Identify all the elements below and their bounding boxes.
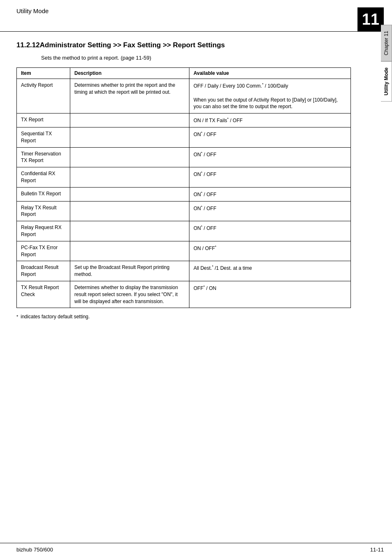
side-tabs: Chapter 11 Utility Mode — [381, 25, 392, 102]
footer-left: bizhub 750/600 — [16, 547, 53, 553]
cell-item: TX Result Report Check — [17, 281, 70, 308]
cell-val: ON* / OFF — [189, 201, 351, 221]
cell-val: OFF* / ON — [189, 281, 351, 308]
cell-desc — [70, 127, 189, 148]
chapter-number-box: 11 — [357, 7, 384, 31]
col-header-val: Available value — [189, 68, 351, 79]
table-row: TX Result Report Check Determines whethe… — [17, 281, 351, 308]
chapter-number: 11 — [362, 11, 379, 28]
side-tab-chapter11: Chapter 11 — [381, 25, 392, 61]
cell-val: ON* / OFF — [189, 167, 351, 188]
cell-item: Activity Report — [17, 79, 70, 114]
bottom-bar: bizhub 750/600 11-11 — [0, 543, 392, 556]
cell-desc: Set up the Broadcast Result Report print… — [70, 261, 189, 281]
cell-desc — [70, 187, 189, 201]
cell-val: ON* / OFF — [189, 221, 351, 241]
table-row: Activity Report Determines whether to pr… — [17, 79, 351, 114]
col-header-desc: Description — [70, 68, 189, 79]
table-row: Broadcast Result Report Set up the Broad… — [17, 261, 351, 281]
table-header-row: Item Description Available value — [17, 68, 351, 79]
section-subtitle: Sets the method to print a report. (page… — [41, 55, 351, 61]
table-row: Relay TX Result Report ON* / OFF — [17, 201, 351, 221]
side-tab-utility-mode: Utility Mode — [381, 61, 392, 102]
cell-item: PC-Fax TX Error Report — [17, 241, 70, 261]
cell-val: ON / OFF* — [189, 241, 351, 261]
table-row: Bulletin TX Report ON* / OFF — [17, 187, 351, 201]
table-row: Timer Reservation TX Report ON* / OFF — [17, 147, 351, 167]
cell-desc — [70, 241, 189, 261]
table-row: Confidential RX Report ON* / OFF — [17, 167, 351, 188]
footnote-area: * indicates factory default setting. — [16, 314, 351, 320]
cell-item: Relay TX Result Report — [17, 201, 70, 221]
table-row: Relay Request RX Report ON* / OFF — [17, 221, 351, 241]
cell-val: ON* / OFF — [189, 147, 351, 167]
table-row: PC-Fax TX Error Report ON / OFF* — [17, 241, 351, 261]
cell-item: Bulletin TX Report — [17, 187, 70, 201]
cell-val: All Dest.* /1 Dest. at a time — [189, 261, 351, 281]
cell-item: Timer Reservation TX Report — [17, 147, 70, 167]
cell-desc — [70, 147, 189, 167]
cell-desc — [70, 114, 189, 127]
utility-mode-title: Utility Mode — [16, 7, 48, 18]
cell-item: Relay Request RX Report — [17, 221, 70, 241]
col-header-item: Item — [17, 68, 70, 79]
cell-val: ON* / OFF — [189, 187, 351, 201]
cell-item: Confidential RX Report — [17, 167, 70, 188]
footnote-text: indicates factory default setting. — [21, 314, 90, 320]
cell-val: OFF / Daily / Every 100 Comm.* / 100/Dai… — [189, 79, 351, 114]
top-bar: Utility Mode 11 — [0, 0, 392, 32]
report-table: Item Description Available value Activit… — [16, 67, 351, 308]
cell-item: Sequential TX Report — [17, 127, 70, 148]
cell-desc — [70, 221, 189, 241]
cell-val: ON* / OFF — [189, 127, 351, 148]
cell-item: TX Report — [17, 114, 70, 127]
main-content: 11.2.12Administrator Setting >> Fax Sett… — [0, 32, 392, 329]
section-heading: 11.2.12Administrator Setting >> Fax Sett… — [16, 41, 351, 50]
table-row: TX Report ON / If TX Fails* / OFF — [17, 114, 351, 127]
page-container: Utility Mode 11 11.2.12Administrator Set… — [0, 0, 392, 556]
cell-val: ON / If TX Fails* / OFF — [189, 114, 351, 127]
cell-desc: Determines whether to display the transm… — [70, 281, 189, 308]
table-row: Sequential TX Report ON* / OFF — [17, 127, 351, 148]
footnote-star: * — [16, 314, 18, 319]
cell-desc: Determines whether to print the report a… — [70, 79, 189, 114]
cell-desc — [70, 201, 189, 221]
cell-item: Broadcast Result Report — [17, 261, 70, 281]
footer-right: 11-11 — [370, 547, 384, 553]
cell-desc — [70, 167, 189, 188]
